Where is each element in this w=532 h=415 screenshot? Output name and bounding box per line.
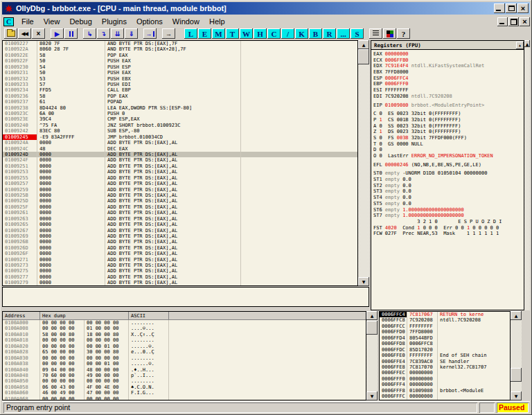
dump-row[interactable]: 0100A06046 00 49 0047 00 00 00F.I.G... bbox=[3, 390, 366, 396]
menu-item-window[interactable]: Window bbox=[168, 16, 204, 27]
register-line[interactable]: S 0 FS 003B 32bit 7FFDF000(FFF) bbox=[373, 135, 524, 141]
menu-item-file[interactable]: File bbox=[17, 16, 39, 27]
disasm-row[interactable]: 010092590000ADD BYTE PTR DS:[EAX],AL bbox=[3, 187, 357, 193]
toolbar-letter-m[interactable]: M bbox=[212, 28, 225, 39]
dump-row[interactable]: 0100A01800 00 00 0000 00 00 00........ bbox=[3, 337, 366, 343]
register-line[interactable]: Z 1 DS 0023 32bit 0(FFFFFFFF) bbox=[373, 129, 524, 135]
registers-pane-button[interactable]: ▲ bbox=[516, 42, 524, 49]
disasm-row[interactable]: 010092770000ADD BYTE PTR DS:[EAX],AL bbox=[3, 274, 357, 280]
stack-row[interactable]: 0006FFE87C817070kernel32.7C81707 bbox=[380, 364, 510, 370]
disasm-row[interactable]: 0100924D0000ADD BYTE PTR DS:[EAX],AL bbox=[3, 152, 357, 157]
disasm-row[interactable]: 0100923150PUSH EAX bbox=[3, 70, 357, 76]
disasm-row[interactable]: 0100926D0000ADD BYTE PTR DS:[EAX],AL bbox=[3, 245, 357, 251]
dump-row[interactable]: 0100A04009 04 00 0048 00 00 00.♦..H... bbox=[3, 367, 366, 373]
info-pane[interactable] bbox=[2, 287, 369, 307]
dump-row[interactable]: 0100A01058 00 00 8018 00 00 80X..Ç↑..Ç bbox=[3, 332, 366, 337]
menu-item-debug[interactable]: Debug bbox=[64, 16, 96, 27]
stack-row[interactable]: 0006FFEC00000000 bbox=[380, 370, 510, 376]
menu-item-help[interactable]: Help bbox=[204, 16, 230, 27]
register-line[interactable]: D 0 bbox=[373, 147, 524, 153]
close-button[interactable]: × bbox=[517, 3, 529, 13]
disasm-row[interactable]: 0100925F0000ADD BYTE PTR DS:[EAX],AL bbox=[3, 204, 357, 210]
stack-row[interactable]: 0006FFD80006FFC8 bbox=[380, 341, 510, 346]
dump-row[interactable]: 0100A02865 00 00 0030 00 00 80e...0..Ç bbox=[3, 349, 366, 355]
scroll-down-icon[interactable]: ▼ bbox=[511, 391, 522, 400]
register-line[interactable]: FCW 027F Prec NEAR,53 Mask 1 1 1 1 1 1 bbox=[373, 231, 524, 237]
stack-pane[interactable]: 0006FFC47C817067RETURN to kerne0006FFC87… bbox=[379, 311, 511, 400]
register-line[interactable]: T 0 GS 0000 NULL bbox=[373, 141, 524, 148]
stack-scrollbar[interactable]: ▲ ▼ bbox=[511, 311, 522, 400]
disasm-row[interactable]: 0100926F0000ADD BYTE PTR DS:[EAX],AL bbox=[3, 251, 357, 256]
menu-item-view[interactable]: View bbox=[39, 16, 65, 27]
stack-row[interactable]: 0006FFCCFFFFFFFF bbox=[380, 324, 510, 329]
disasm-row[interactable]: 0100923054PUSH ESP bbox=[3, 64, 357, 70]
register-line[interactable]: ECX 0006FFB0 bbox=[373, 58, 524, 64]
register-line[interactable]: EIP 01009080 brbbot.<ModuleEntryPoint> bbox=[373, 103, 524, 109]
dump-row[interactable]: 0100A05000 00 00 0000 00 00 00........ bbox=[3, 378, 366, 384]
toolbar-letter-dots[interactable]: ... bbox=[337, 28, 350, 39]
toolbar-letter-c[interactable]: C bbox=[267, 28, 281, 39]
register-line[interactable]: ST5 empty 0.0 bbox=[373, 201, 524, 207]
disasm-row[interactable]: 0100922E58POP EAX bbox=[3, 53, 357, 58]
disasm-row[interactable]: 0100926B0000ADD BYTE PTR DS:[EAX],AL bbox=[3, 239, 357, 245]
disasm-row[interactable]: 010092670000ADD BYTE PTR DS:[EAX],AL bbox=[3, 228, 357, 233]
register-line[interactable]: EBX 7FFD8000 bbox=[373, 69, 524, 76]
disasm-row[interactable]: 010092730000ADD BYTE PTR DS:[EAX],AL bbox=[3, 263, 357, 268]
disasm-row[interactable]: 0100923E39C4CMP ESP,EAX bbox=[3, 116, 357, 122]
toolbar-letter-slash[interactable]: / bbox=[281, 28, 294, 39]
disasm-row[interactable]: 0100922A8060 28 7FAND BYTE PTR DS:[EAX+2… bbox=[3, 46, 357, 52]
disasm-row[interactable]: 0100923253PUSH EBX bbox=[3, 76, 357, 82]
scroll-thumb[interactable] bbox=[511, 368, 522, 382]
title-bar[interactable]: OllyDbg - brbbot.exe - [CPU - main threa… bbox=[2, 2, 530, 15]
registers-pane[interactable]: Registers (FPU) ▲ EAX 00000000ECX 0006FF… bbox=[371, 40, 524, 310]
register-line[interactable]: ST2 empty 0.0 bbox=[373, 183, 524, 189]
disasm-row[interactable]: 0100924283EC 80SUB ESP,-80 bbox=[3, 128, 357, 134]
register-line[interactable]: A 0 SS 0023 32bit 0(FFFFFFFF) bbox=[373, 123, 524, 130]
run-button[interactable]: ▶ bbox=[51, 28, 64, 39]
scroll-down-icon[interactable]: ▼ bbox=[358, 277, 369, 286]
scroll-up-icon[interactable]: ▲ bbox=[511, 311, 522, 320]
disassembly-scrollbar[interactable]: ▲ ▼ bbox=[358, 40, 369, 286]
dump-row[interactable]: 0100A03800 00 00 0000 00 01 00......☺. bbox=[3, 361, 366, 367]
minimize-button[interactable] bbox=[494, 3, 505, 13]
toolbar-letter-b[interactable]: B bbox=[309, 28, 322, 39]
disasm-row[interactable]: 010092710000ADD BYTE PTR DS:[EAX],AL bbox=[3, 257, 357, 263]
dump-row[interactable]: 0100A05806 00 43 004F 00 4E 00♠.C.O.N. bbox=[3, 385, 366, 390]
register-line[interactable]: ST1 empty 0.0 bbox=[373, 177, 524, 183]
register-line[interactable]: ST4 empty 0.0 bbox=[373, 195, 524, 201]
child-minimize-button[interactable] bbox=[497, 17, 508, 26]
animate-into-button[interactable]: ⇊ bbox=[111, 28, 124, 39]
disasm-row[interactable]: 0100925D0000ADD BYTE PTR DS:[EAX],AL bbox=[3, 198, 357, 204]
dump-row[interactable]: 0100A00000 00 00 0000 00 00 00........ bbox=[3, 320, 366, 326]
close-program-button[interactable]: × bbox=[32, 28, 45, 39]
child-restore-button[interactable] bbox=[508, 17, 519, 26]
toolbar-letter-h[interactable]: H bbox=[254, 28, 267, 39]
pause-button[interactable] bbox=[64, 28, 78, 39]
open-file-button[interactable] bbox=[4, 28, 17, 39]
disasm-row[interactable]: 01009234FFD5CALL EBP bbox=[3, 87, 357, 93]
disasm-row[interactable]: 010092388D4424 80LEA EAX,DWORD PTR SS:[E… bbox=[3, 105, 357, 111]
disasm-row[interactable]: 0100923761POPAD bbox=[3, 99, 357, 105]
disasm-row[interactable]: 010092278020 7FAND BYTE PTR DS:[EAX],7F bbox=[3, 41, 357, 46]
disasm-row[interactable]: 0100925B0000ADD BYTE PTR DS:[EAX],AL bbox=[3, 193, 357, 198]
register-line[interactable]: EAX 00000000 bbox=[373, 51, 524, 58]
dump-row[interactable]: 0100A06800 00 00 0000 00 00 00........ bbox=[3, 396, 366, 400]
disassembly-pane[interactable]: 010092278020 7FAND BYTE PTR DS:[EAX],7F0… bbox=[2, 40, 358, 286]
disasm-row[interactable]: 0100923658POP EAX bbox=[3, 94, 357, 99]
scroll-up-icon[interactable]: ▲ bbox=[358, 40, 369, 49]
register-line[interactable]: P 1 CS 001B 32bit 0(FFFFFFFF) bbox=[373, 117, 524, 123]
stack-row[interactable]: 0006FFF801009080brbbot.<ModuleE bbox=[380, 388, 510, 394]
register-line[interactable]: FST 4020 Cond 1 0 0 0 Err 0 0 1 0 0 0 0 … bbox=[373, 225, 524, 231]
register-line[interactable]: C 0 ES 0023 32bit 0(FFFFFFFF) bbox=[373, 111, 524, 117]
animate-over-button[interactable]: ⇓ bbox=[125, 28, 138, 39]
disasm-row[interactable]: 010092690000ADD BYTE PTR DS:[EAX],AL bbox=[3, 233, 357, 239]
register-line[interactable]: ST3 empty 0.0 bbox=[373, 188, 524, 195]
stack-row[interactable]: 0006FFF000000000 bbox=[380, 376, 510, 382]
disasm-row[interactable]: 01009245-E9 83A2FFFFJMP brbbot.010034CD bbox=[3, 134, 357, 140]
menu-item-plugins[interactable]: Plugins bbox=[97, 16, 132, 27]
stack-row[interactable]: 0006FFE0FFFFFFFFEnd of SEH chain bbox=[380, 353, 510, 358]
toolbar-letter-k[interactable]: K bbox=[295, 28, 308, 39]
go-to-address-button[interactable]: → bbox=[162, 28, 175, 39]
disasm-row[interactable]: 0100923357PUSH EDI bbox=[3, 82, 357, 87]
stack-row[interactable]: 0006FFC87C920208ntdll.7C920208 bbox=[380, 317, 510, 323]
